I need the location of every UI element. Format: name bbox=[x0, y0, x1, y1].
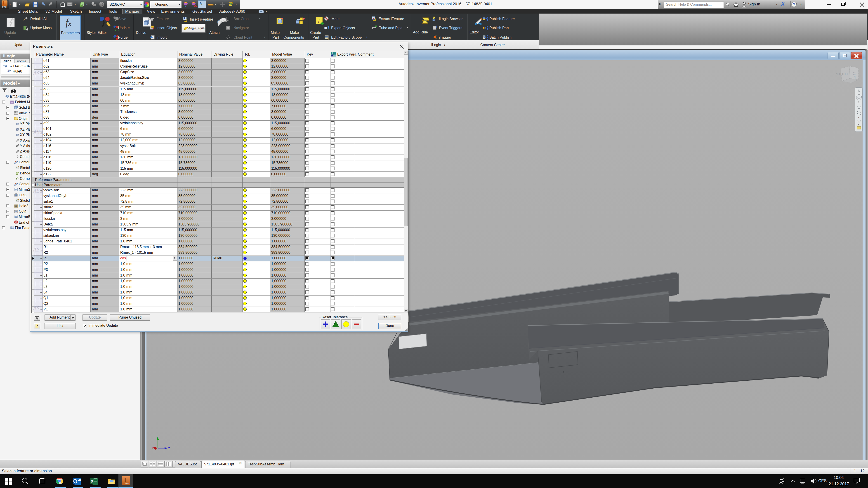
svg-text:LEFT: LEFT bbox=[852, 72, 856, 79]
svg-text:X: X bbox=[91, 480, 93, 483]
svg-text:▾: ▾ bbox=[858, 123, 859, 126]
svg-text:X: X bbox=[152, 447, 154, 450]
svg-text:Y: Y bbox=[157, 436, 159, 440]
svg-text:?: ? bbox=[793, 2, 795, 6]
svg-text:BOTTOM: BOTTOM bbox=[836, 72, 848, 76]
svg-text:R: R bbox=[8, 70, 9, 72]
svg-text:▾: ▾ bbox=[858, 116, 859, 119]
svg-text:Z: Z bbox=[168, 447, 170, 450]
svg-text:▾: ▾ bbox=[858, 101, 859, 103]
svg-text:i: i bbox=[318, 18, 320, 24]
